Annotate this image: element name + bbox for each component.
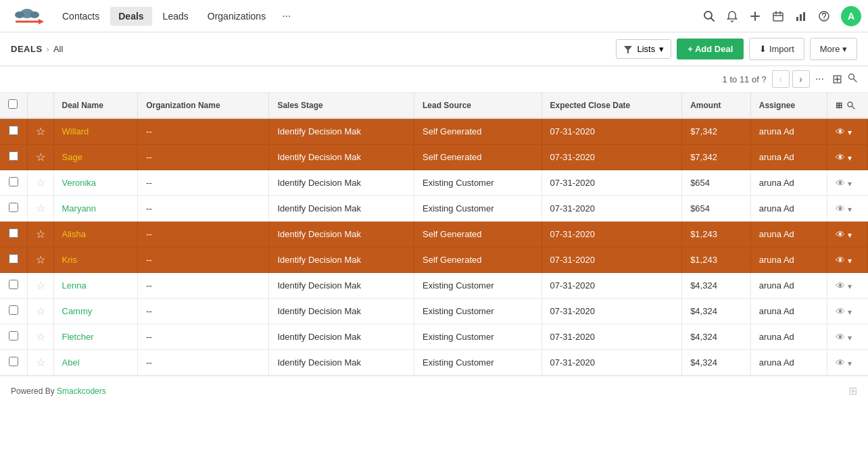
pagination-next[interactable]: › [792, 70, 810, 88]
row-caret-icon[interactable]: ▾ [848, 230, 852, 240]
header-lead-source[interactable]: Lead Source [414, 93, 542, 118]
row-caret-icon[interactable]: ▾ [848, 282, 852, 291]
nav-deals[interactable]: Deals [110, 7, 151, 26]
pagination-prev[interactable]: ‹ [772, 70, 790, 88]
row-view-icon[interactable]: 👁 [836, 178, 845, 189]
row-checkbox[interactable] [9, 126, 18, 135]
row-view-icon[interactable]: 👁 [836, 332, 845, 343]
column-settings-icon[interactable]: ⊞ [836, 101, 842, 110]
row-assignee: aruna Ad [750, 324, 827, 350]
header-org-name[interactable]: Organization Name [138, 93, 269, 118]
row-assignee: aruna Ad [750, 170, 827, 196]
row-caret-icon[interactable]: ▾ [848, 153, 852, 163]
column-search-icon[interactable] [847, 101, 855, 110]
row-star-cell[interactable]: ☆ [27, 170, 53, 196]
footer-brand-link[interactable]: Smackcoders [57, 386, 106, 396]
row-star-cell[interactable]: ☆ [27, 118, 53, 145]
plus-icon[interactable] [749, 10, 761, 22]
add-deal-button[interactable]: + Add Deal [677, 39, 744, 59]
row-checkbox-cell [0, 247, 27, 273]
row-caret-icon[interactable]: ▾ [848, 359, 852, 368]
deal-name-link[interactable]: Alisha [62, 229, 86, 239]
row-assignee: aruna Ad [750, 196, 827, 222]
row-checkbox[interactable] [9, 357, 18, 366]
row-caret-icon[interactable]: ▾ [848, 205, 852, 214]
header-deal-name[interactable]: Deal Name [53, 93, 138, 118]
column-options-icon[interactable]: ··· [815, 73, 824, 85]
chart-icon[interactable] [795, 10, 807, 22]
row-star-cell[interactable]: ☆ [27, 350, 53, 376]
svg-point-1 [15, 11, 24, 18]
row-actions: 👁 ▾ [827, 170, 868, 196]
table-row: ☆ Sage -- Identify Decision Mak Self Gen… [0, 145, 868, 170]
row-caret-icon[interactable]: ▾ [848, 128, 852, 137]
nav-leads[interactable]: Leads [155, 7, 197, 26]
row-deal-name: Kris [53, 247, 138, 273]
row-checkbox[interactable] [9, 151, 18, 161]
row-view-icon[interactable]: 👁 [836, 203, 845, 214]
deal-name-link[interactable]: Fletcher [62, 332, 94, 342]
grid-view-icon[interactable]: ⊞ [832, 72, 842, 86]
row-star-cell[interactable]: ☆ [27, 273, 53, 299]
row-star-cell[interactable]: ☆ [27, 222, 53, 247]
bell-icon[interactable] [726, 10, 738, 22]
import-button[interactable]: ⬇ Import [749, 38, 804, 60]
row-star-cell[interactable]: ☆ [27, 324, 53, 350]
row-deal-name: Maryann [53, 196, 138, 222]
row-star-cell[interactable]: ☆ [27, 145, 53, 170]
deal-name-link[interactable]: Kris [62, 255, 77, 265]
row-sales-stage: Identify Decision Mak [269, 350, 414, 376]
row-view-icon[interactable]: 👁 [836, 280, 845, 291]
row-checkbox[interactable] [9, 305, 18, 315]
nav-contacts[interactable]: Contacts [54, 7, 107, 26]
row-caret-icon[interactable]: ▾ [848, 307, 852, 317]
row-caret-icon[interactable]: ▾ [848, 179, 852, 189]
row-caret-icon[interactable]: ▾ [848, 333, 852, 343]
row-checkbox[interactable] [9, 331, 18, 341]
deal-name-link[interactable]: Willard [62, 126, 89, 136]
filter-button[interactable]: Lists ▾ [616, 39, 671, 59]
table-search-icon[interactable] [848, 73, 857, 85]
row-close-date: 07-31-2020 [541, 324, 682, 350]
calendar-icon[interactable] [772, 10, 784, 22]
row-checkbox[interactable] [9, 228, 18, 238]
header-expected-close-date[interactable]: Expected Close Date [541, 93, 682, 118]
row-view-icon[interactable]: 👁 [836, 255, 845, 266]
deals-table-wrap: Deal Name Organization Name Sales Stage … [0, 93, 868, 376]
nav-organizations[interactable]: Organizations [199, 7, 274, 26]
header-amount[interactable]: Amount [682, 93, 751, 118]
row-view-icon[interactable]: 👁 [836, 357, 845, 368]
row-checkbox[interactable] [9, 280, 18, 289]
select-all-checkbox[interactable] [8, 99, 18, 109]
breadcrumb-deals: DEALS [11, 44, 43, 54]
row-view-icon[interactable]: 👁 [836, 152, 845, 163]
row-view-icon[interactable]: 👁 [836, 306, 845, 317]
deal-name-link[interactable]: Abel [62, 357, 80, 368]
row-star-cell[interactable]: ☆ [27, 247, 53, 273]
row-view-icon[interactable]: 👁 [836, 126, 845, 137]
deal-name-link[interactable]: Maryann [62, 203, 97, 214]
deal-name-link[interactable]: Sage [62, 152, 82, 162]
row-caret-icon[interactable]: ▾ [848, 256, 852, 266]
row-star-cell[interactable]: ☆ [27, 299, 53, 324]
row-checkbox-cell [0, 273, 27, 299]
row-deal-name: Abel [53, 350, 138, 376]
deal-name-link[interactable]: Veronika [62, 178, 97, 188]
row-view-icon[interactable]: 👁 [836, 229, 845, 240]
row-checkbox[interactable] [9, 203, 18, 212]
header-assignee[interactable]: Assignee [750, 93, 827, 118]
deal-name-link[interactable]: Lenna [62, 280, 87, 291]
row-assignee: aruna Ad [750, 299, 827, 324]
row-star-cell[interactable]: ☆ [27, 196, 53, 222]
help-icon[interactable] [818, 10, 830, 22]
more-button[interactable]: More ▾ [810, 38, 857, 60]
nav-more[interactable]: ··· [276, 6, 296, 26]
row-amount: $7,342 [682, 145, 751, 170]
row-checkbox[interactable] [9, 177, 18, 186]
search-icon[interactable] [703, 10, 715, 22]
row-checkbox[interactable] [9, 254, 18, 263]
header-sales-stage[interactable]: Sales Stage [269, 93, 414, 118]
avatar[interactable]: A [841, 6, 861, 26]
table-row: ☆ Willard -- Identify Decision Mak Self … [0, 118, 868, 145]
deal-name-link[interactable]: Cammy [62, 306, 93, 316]
